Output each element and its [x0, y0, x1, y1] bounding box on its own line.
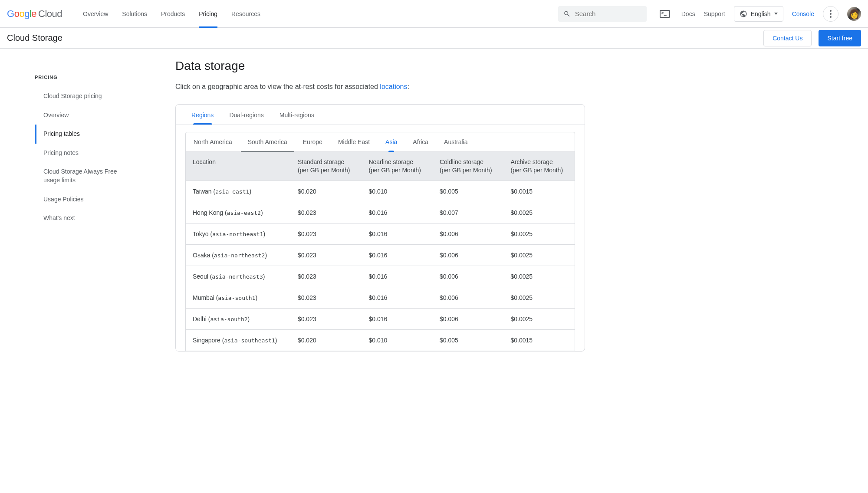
more-vert-icon — [830, 10, 832, 18]
language-label: English — [751, 10, 771, 17]
geography-tab[interactable]: Asia — [378, 132, 405, 151]
price-cell: $0.0015 — [503, 329, 575, 351]
price-cell: $0.016 — [362, 266, 433, 287]
product-title: Cloud Storage — [7, 33, 62, 43]
price-cell: $0.016 — [362, 287, 433, 308]
sidebar-item[interactable]: What's next — [35, 209, 128, 228]
locations-link[interactable]: locations — [380, 83, 407, 90]
price-cell: $0.023 — [291, 287, 362, 308]
price-cell: $0.0025 — [503, 308, 575, 329]
contact-us-button[interactable]: Contact Us — [763, 30, 812, 46]
price-cell: $0.020 — [291, 329, 362, 351]
globe-icon — [740, 10, 747, 18]
location-cell: Hong Kong (asia-east2) — [186, 202, 291, 223]
content-area: Data storage Click on a geographic area … — [128, 49, 606, 352]
product-subheader: Cloud Storage Contact Us Start free — [0, 28, 868, 49]
table-row: Tokyo (asia-northeast1)$0.023$0.016$0.00… — [186, 223, 575, 244]
geography-tab[interactable]: Africa — [405, 132, 436, 151]
column-header: Archive storage(per GB per Month) — [503, 152, 575, 181]
region-type-tab[interactable]: Regions — [184, 105, 221, 125]
table-row: Hong Kong (asia-east2)$0.023$0.016$0.007… — [186, 202, 575, 223]
logo-cloud-text: Cloud — [38, 8, 62, 20]
price-cell: $0.0025 — [503, 244, 575, 266]
geography-tabs: North AmericaSouth AmericaEuropeMiddle E… — [186, 132, 575, 152]
price-cell: $0.023 — [291, 266, 362, 287]
language-selector[interactable]: English — [734, 6, 783, 22]
table-row: Seoul (asia-northeast3)$0.023$0.016$0.00… — [186, 266, 575, 287]
location-cell: Tokyo (asia-northeast1) — [186, 223, 291, 244]
primary-nav: OverviewSolutionsProductsPricingResource… — [76, 0, 267, 27]
price-cell: $0.006 — [433, 308, 504, 329]
search-container[interactable] — [558, 6, 647, 22]
price-cell: $0.023 — [291, 202, 362, 223]
price-cell: $0.010 — [362, 329, 433, 351]
nav-item-overview[interactable]: Overview — [76, 0, 115, 27]
price-cell: $0.023 — [291, 244, 362, 266]
sidebar-item[interactable]: Cloud Storage Always Free usage limits — [35, 162, 128, 190]
start-free-button[interactable]: Start free — [819, 30, 861, 46]
nav-item-pricing[interactable]: Pricing — [192, 0, 224, 27]
location-cell: Seoul (asia-northeast3) — [186, 266, 291, 287]
geography-tab[interactable]: Europe — [295, 132, 330, 151]
column-header: Nearline storage(per GB per Month) — [362, 152, 433, 181]
sidebar-item[interactable]: Pricing tables — [35, 125, 128, 144]
sidebar-item[interactable]: Cloud Storage pricing — [35, 87, 128, 106]
nav-item-resources[interactable]: Resources — [224, 0, 267, 27]
price-cell: $0.007 — [433, 202, 504, 223]
table-body: Taiwan (asia-east1)$0.020$0.010$0.005$0.… — [186, 181, 575, 351]
more-options-button[interactable] — [823, 6, 838, 22]
price-cell: $0.006 — [433, 287, 504, 308]
table-row: Mumbai (asia-south1)$0.023$0.016$0.006$0… — [186, 287, 575, 308]
price-cell: $0.0025 — [503, 223, 575, 244]
table-header-row: LocationStandard storage(per GB per Mont… — [186, 152, 575, 181]
price-cell: $0.0025 — [503, 287, 575, 308]
location-cell: Taiwan (asia-east1) — [186, 181, 291, 202]
price-cell: $0.006 — [433, 244, 504, 266]
docs-link[interactable]: Docs — [681, 10, 695, 17]
region-type-tab[interactable]: Multi-regions — [272, 105, 322, 125]
nav-item-solutions[interactable]: Solutions — [115, 0, 154, 27]
search-icon — [563, 10, 571, 18]
price-cell: $0.006 — [433, 223, 504, 244]
table-row: Singapore (asia-southeast1)$0.020$0.010$… — [186, 329, 575, 351]
cloud-shell-button[interactable] — [657, 6, 673, 22]
header-right: Docs Support English Console 👩 — [657, 6, 861, 22]
region-type-tab[interactable]: Dual-regions — [221, 105, 271, 125]
price-cell: $0.010 — [362, 181, 433, 202]
price-cell: $0.0025 — [503, 202, 575, 223]
geography-tab[interactable]: South America — [240, 132, 295, 151]
user-avatar[interactable]: 👩 — [847, 7, 861, 21]
price-cell: $0.020 — [291, 181, 362, 202]
geography-tab[interactable]: Australia — [436, 132, 475, 151]
pricing-table: LocationStandard storage(per GB per Mont… — [186, 152, 575, 351]
location-cell: Delhi (asia-south2) — [186, 308, 291, 329]
section-intro: Click on a geographic area to view the a… — [175, 82, 585, 92]
location-cell: Singapore (asia-southeast1) — [186, 329, 291, 351]
search-input[interactable] — [575, 10, 641, 17]
sidebar-item[interactable]: Pricing notes — [35, 144, 128, 163]
column-header: Location — [186, 152, 291, 181]
sidebar-item[interactable]: Overview — [35, 106, 128, 125]
support-link[interactable]: Support — [704, 10, 725, 17]
table-row: Taiwan (asia-east1)$0.020$0.010$0.005$0.… — [186, 181, 575, 202]
console-link[interactable]: Console — [792, 10, 814, 17]
sidebar-nav: Cloud Storage pricingOverviewPricing tab… — [35, 87, 128, 228]
price-cell: $0.023 — [291, 308, 362, 329]
global-header: Google Cloud OverviewSolutionsProductsPr… — [0, 0, 868, 28]
google-cloud-logo[interactable]: Google Cloud — [7, 8, 62, 20]
sidebar-item[interactable]: Usage Policies — [35, 190, 128, 209]
price-cell: $0.016 — [362, 223, 433, 244]
geography-tab[interactable]: Middle East — [330, 132, 378, 151]
location-cell: Osaka (asia-northeast2) — [186, 244, 291, 266]
logo-google-text: Google — [7, 8, 36, 20]
search-box — [558, 6, 647, 22]
table-row: Delhi (asia-south2)$0.023$0.016$0.006$0.… — [186, 308, 575, 329]
column-header: Coldline storage(per GB per Month) — [433, 152, 504, 181]
price-cell: $0.023 — [291, 223, 362, 244]
nav-item-products[interactable]: Products — [154, 0, 192, 27]
location-cell: Mumbai (asia-south1) — [186, 287, 291, 308]
price-cell: $0.005 — [433, 181, 504, 202]
geography-tab[interactable]: North America — [186, 132, 240, 151]
price-cell: $0.0025 — [503, 266, 575, 287]
main-layout: Pricing Cloud Storage pricingOverviewPri… — [0, 49, 868, 352]
